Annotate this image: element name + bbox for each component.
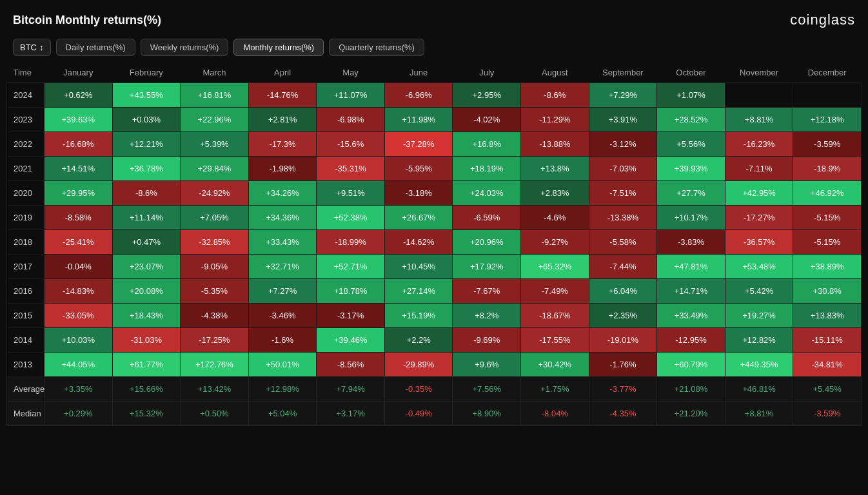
data-cell: -35.31% [317,157,385,181]
year-cell: 2020 [7,181,44,206]
data-cell: +33.49% [657,304,725,328]
data-cell: +19.27% [725,304,793,328]
data-cell: +16.8% [453,132,521,157]
footer-label: Average [7,377,44,402]
year-cell: 2018 [7,230,44,255]
data-cell: -8.6% [521,83,589,108]
footer-cell: +3.17% [317,402,385,426]
footer-cell: +1.75% [521,377,589,402]
data-cell: +16.81% [181,83,249,108]
chevron-down-icon: ↕ [39,43,44,52]
asset-selector[interactable]: BTC ↕ [13,39,51,56]
data-cell: -4.02% [453,108,521,132]
data-cell: -1.6% [248,328,317,353]
col-september: September [589,63,657,83]
footer-cell: -3.77% [589,377,657,402]
footer-cell: +21.20% [657,402,725,426]
page-title: Bitcoin Monthly returns(%) [13,14,161,27]
data-cell: -9.05% [181,255,249,279]
year-cell: 2023 [7,108,44,132]
data-cell: +172.76% [181,353,249,377]
data-cell: +53.48% [725,255,793,279]
data-cell: +38.89% [793,255,862,279]
selector-label: BTC [20,43,37,52]
data-cell: -18.99% [317,230,385,255]
data-cell: -33.05% [44,304,113,328]
tab-daily[interactable]: Daily returns(%) [56,39,135,56]
data-cell: -19.01% [589,328,657,353]
data-cell: +11.07% [317,83,385,108]
data-cell: +7.29% [589,83,657,108]
col-april: April [248,63,317,83]
data-cell: +47.81% [657,255,725,279]
footer-cell: +15.32% [112,402,181,426]
table-header-row: Time January February March April May Ju… [7,63,862,83]
data-cell: -12.95% [657,328,725,353]
footer-row: Average+3.35%+15.66%+13.42%+12.98%+7.94%… [7,377,862,402]
data-cell: -14.62% [384,230,453,255]
data-cell: -17.27% [725,206,793,230]
footer-cell: -0.35% [384,377,453,402]
data-cell: -14.83% [44,279,113,304]
data-cell: +449.35% [725,353,793,377]
data-cell: +20.96% [453,230,521,255]
data-cell: +61.77% [112,353,181,377]
data-cell: +60.79% [657,353,725,377]
data-cell: -7.51% [589,181,657,206]
data-cell: -3.59% [793,132,862,157]
data-cell: +17.92% [453,255,521,279]
col-october: October [657,63,725,83]
tab-quarterly[interactable]: Quarterly returns(%) [329,39,424,56]
data-cell: +13.83% [793,304,862,328]
data-cell: +18.43% [112,304,181,328]
data-cell: +8.81% [725,108,793,132]
data-cell: +2.2% [384,328,453,353]
data-cell: -3.12% [589,132,657,157]
data-cell: +10.03% [44,328,113,353]
data-cell: -32.85% [181,230,249,255]
data-cell: -8.6% [112,181,181,206]
col-june: June [384,63,453,83]
data-cell: +32.71% [248,255,317,279]
data-cell: -5.15% [793,230,862,255]
data-cell: +34.26% [248,181,317,206]
footer-cell: +5.04% [248,402,317,426]
data-cell: +18.78% [317,279,385,304]
data-cell: -4.38% [181,304,249,328]
data-cell: +2.35% [589,304,657,328]
year-cell: 2021 [7,157,44,181]
data-cell: -17.25% [181,328,249,353]
footer-cell: +8.90% [453,402,521,426]
table-row: 2015-33.05%+18.43%-4.38%-3.46%-3.17%+15.… [7,304,862,328]
year-cell: 2016 [7,279,44,304]
tab-monthly[interactable]: Monthly returns(%) [233,39,324,56]
data-cell: -14.76% [248,83,317,108]
data-cell: -9.27% [521,230,589,255]
footer-cell: +46.81% [725,377,793,402]
tab-weekly[interactable]: Weekly returns(%) [141,39,229,56]
footer-cell: -4.35% [589,402,657,426]
col-january: January [44,63,113,83]
data-cell: +18.19% [453,157,521,181]
data-cell: +7.27% [248,279,317,304]
year-cell: 2017 [7,255,44,279]
table-row: 2016-14.83%+20.08%-5.35%+7.27%+18.78%+27… [7,279,862,304]
data-cell: +9.51% [317,181,385,206]
footer-cell: +3.35% [44,377,113,402]
data-cell: +11.98% [384,108,453,132]
data-cell: -6.96% [384,83,453,108]
footer-cell: +15.66% [112,377,181,402]
data-cell: +24.03% [453,181,521,206]
footer-cell: -0.49% [384,402,453,426]
data-cell: +29.84% [181,157,249,181]
footer-cell: +12.98% [248,377,317,402]
data-cell: +15.19% [384,304,453,328]
col-november: November [725,63,793,83]
table-row: 2022-16.68%+12.21%+5.39%-17.3%-15.6%-37.… [7,132,862,157]
data-cell: -8.58% [44,206,113,230]
footer-cell: +5.45% [793,377,862,402]
data-cell: -7.03% [589,157,657,181]
data-cell: +13.8% [521,157,589,181]
page-header: Bitcoin Monthly returns(%) coinglass [0,0,868,35]
data-cell: -15.11% [793,328,862,353]
